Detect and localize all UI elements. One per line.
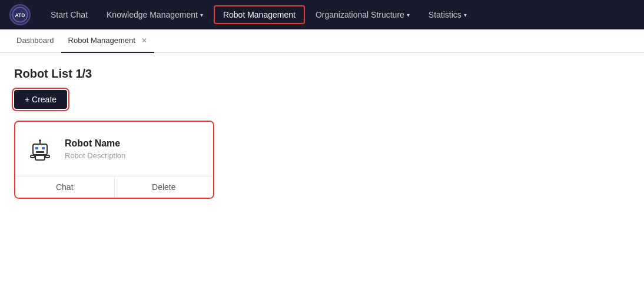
tab-robot-management-label: Robot Management (68, 36, 135, 45)
svg-rect-10 (45, 155, 49, 158)
svg-rect-9 (31, 155, 35, 158)
svg-rect-2 (33, 144, 47, 155)
svg-rect-5 (35, 147, 38, 149)
tab-robot-management[interactable]: Robot Management ✕ (61, 29, 154, 53)
chevron-down-icon: ▾ (407, 12, 410, 18)
nav-organizational-structure[interactable]: Organizational Structure ▾ (307, 6, 418, 23)
robot-delete-button[interactable]: Delete (115, 176, 214, 198)
create-robot-button[interactable]: + Create (14, 90, 67, 109)
tab-dashboard[interactable]: Dashboard (9, 29, 61, 53)
chevron-down-icon: ▾ (200, 12, 203, 18)
navbar: ATD Start Chat Knowledge Management ▾ Ro… (0, 0, 644, 29)
robot-card: Robot Name Robot Description Chat Delete (14, 121, 214, 199)
robot-description: Robot Description (65, 151, 125, 160)
main-content: Robot List 1/3 + Create (0, 53, 644, 300)
robot-name: Robot Name (65, 138, 125, 149)
svg-rect-6 (42, 147, 45, 149)
robot-icon (25, 134, 55, 164)
nav-statistics[interactable]: Statistics ▾ (420, 6, 475, 23)
tab-close-icon[interactable]: ✕ (141, 36, 147, 45)
nav-knowledge-management-label: Knowledge Management (107, 10, 198, 19)
nav-statistics-label: Statistics (429, 10, 462, 19)
page-title: Robot List 1/3 (14, 67, 630, 81)
robot-card-actions: Chat Delete (15, 176, 213, 198)
svg-text:ATD: ATD (15, 12, 25, 18)
robot-chat-button[interactable]: Chat (15, 176, 115, 198)
robot-card-body: Robot Name Robot Description (15, 122, 213, 176)
nav-start-chat-label: Start Chat (51, 10, 88, 19)
nav-knowledge-management[interactable]: Knowledge Management ▾ (98, 6, 211, 23)
tab-dashboard-label: Dashboard (16, 36, 54, 45)
tab-bar: Dashboard Robot Management ✕ (0, 29, 644, 53)
nav-robot-management-label: Robot Management (223, 10, 296, 19)
nav-organizational-structure-label: Organizational Structure (316, 10, 404, 19)
logo-icon: ATD (9, 4, 31, 25)
chevron-down-icon: ▾ (464, 12, 467, 18)
nav-start-chat[interactable]: Start Chat (42, 6, 96, 23)
svg-rect-7 (36, 151, 44, 153)
svg-rect-8 (35, 155, 45, 160)
svg-point-4 (39, 139, 41, 142)
logo: ATD (9, 4, 31, 25)
nav-robot-management[interactable]: Robot Management (214, 5, 305, 24)
robot-info: Robot Name Robot Description (65, 138, 125, 160)
